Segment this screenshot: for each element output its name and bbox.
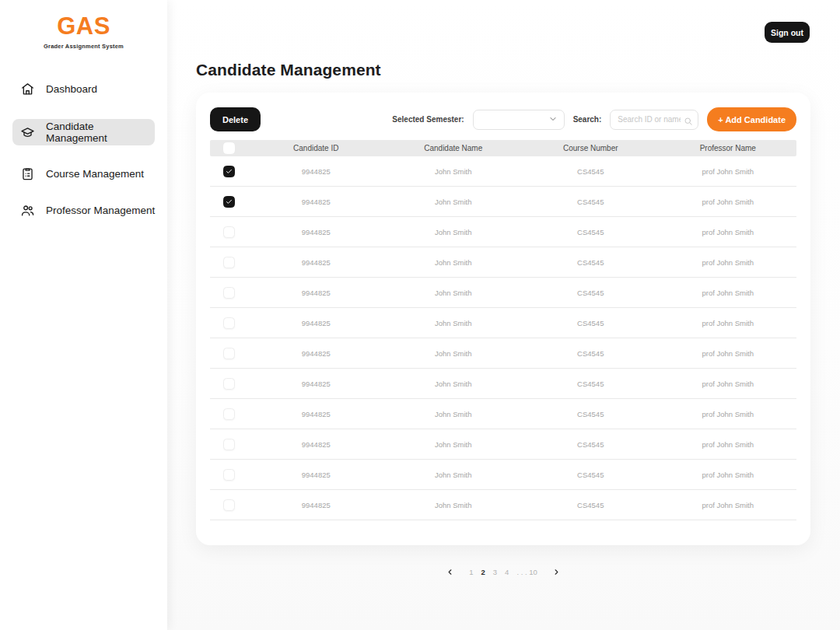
sidebar-item-dashboard[interactable]: Dashboard <box>0 75 167 102</box>
row-checkbox[interactable] <box>223 469 235 481</box>
cell-professor-name: prof John Smith <box>660 380 797 388</box>
pagination: 1 2 3 4 . . . 10 <box>196 565 810 578</box>
cell-professor-name: prof John Smith <box>660 349 797 358</box>
row-checkbox[interactable] <box>223 439 235 450</box>
select-all-checkbox[interactable] <box>223 142 235 154</box>
cell-candidate-name: John Smith <box>385 289 523 297</box>
row-checkbox[interactable] <box>223 287 235 299</box>
header-checkbox-cell <box>210 142 247 154</box>
app-logo: GAS <box>0 12 167 40</box>
cell-course-number: CS4545 <box>522 410 660 418</box>
row-checkbox-cell <box>210 287 247 299</box>
row-checkbox[interactable] <box>223 196 235 208</box>
header-professor-name: Professor Name <box>660 144 797 152</box>
sidebar-item-label: Candidate Management <box>46 121 155 144</box>
cell-candidate-name: John Smith <box>385 258 523 267</box>
row-checkbox-cell <box>210 348 247 359</box>
home-icon <box>20 82 35 96</box>
sidebar-item-professor-management[interactable]: Professor Management <box>0 197 167 223</box>
add-candidate-button[interactable]: + Add Candidate <box>707 107 796 131</box>
cell-candidate-id: 9944825 <box>247 198 385 206</box>
table-row: 9944825 John Smith CS4545 prof John Smit… <box>210 308 796 338</box>
cell-candidate-name: John Smith <box>385 228 523 236</box>
table-row: 9944825 John Smith CS4545 prof John Smit… <box>210 460 796 490</box>
semester-select[interactable] <box>473 110 565 130</box>
cell-candidate-id: 9944825 <box>247 471 385 479</box>
cell-professor-name: prof John Smith <box>660 198 797 206</box>
cell-course-number: CS4545 <box>522 349 660 358</box>
sign-out-button[interactable]: Sign out <box>765 22 810 43</box>
table-row: 9944825 John Smith CS4545 prof John Smit… <box>210 247 796 278</box>
cell-professor-name: prof John Smith <box>660 228 797 236</box>
cell-candidate-id: 9944825 <box>247 501 385 509</box>
cell-professor-name: prof John Smith <box>660 501 797 509</box>
pagination-prev-icon[interactable] <box>443 565 456 578</box>
semester-label: Selected Semester: <box>392 115 464 124</box>
header-candidate-name: Candidate Name <box>385 144 523 152</box>
table-row: 9944825 John Smith CS4545 prof John Smit… <box>210 429 796 460</box>
pagination-page[interactable]: 2 <box>481 568 486 576</box>
cell-candidate-name: John Smith <box>385 440 523 449</box>
sidebar-item-label: Course Management <box>46 168 144 180</box>
chevron-down-icon <box>548 113 558 127</box>
sidebar-item-candidate-management[interactable]: Candidate Management <box>12 119 155 145</box>
table-row: 9944825 John Smith CS4545 prof John Smit… <box>210 217 796 247</box>
cell-course-number: CS4545 <box>522 471 660 479</box>
row-checkbox[interactable] <box>223 317 235 329</box>
pagination-page[interactable]: . . . 10 <box>516 568 537 576</box>
pagination-page[interactable]: 3 <box>492 568 498 576</box>
page-title: Candidate Management <box>196 61 840 79</box>
row-checkbox[interactable] <box>223 378 235 390</box>
sidebar: GAS Grader Assignment System Dashboard C… <box>0 0 167 630</box>
row-checkbox-cell <box>210 408 247 420</box>
row-checkbox-cell <box>210 439 247 450</box>
table-row: 9944825 John Smith CS4545 prof John Smit… <box>210 490 796 520</box>
cell-candidate-id: 9944825 <box>247 380 385 388</box>
main-content: Sign out Candidate Management Delete Sel… <box>167 0 840 630</box>
pagination-next-icon[interactable] <box>551 565 563 578</box>
row-checkbox[interactable] <box>223 408 235 420</box>
cell-candidate-id: 9944825 <box>247 440 385 449</box>
row-checkbox-cell <box>210 196 247 208</box>
row-checkbox-cell <box>210 317 247 329</box>
delete-button[interactable]: Delete <box>210 107 261 131</box>
row-checkbox[interactable] <box>223 226 235 238</box>
cell-course-number: CS4545 <box>522 501 660 509</box>
sidebar-item-label: Professor Management <box>46 205 155 216</box>
cell-candidate-name: John Smith <box>385 471 523 479</box>
header-course-number: Course Number <box>522 144 660 152</box>
cell-candidate-name: John Smith <box>385 167 523 176</box>
cell-professor-name: prof John Smith <box>660 258 797 267</box>
row-checkbox[interactable] <box>223 499 235 511</box>
cell-course-number: CS4545 <box>522 198 660 206</box>
row-checkbox-cell <box>210 257 247 268</box>
cell-candidate-id: 9944825 <box>247 410 385 418</box>
table-row: 9944825 John Smith CS4545 prof John Smit… <box>210 156 796 187</box>
row-checkbox[interactable] <box>223 257 235 268</box>
cell-candidate-name: John Smith <box>385 410 523 418</box>
cell-candidate-name: John Smith <box>385 501 523 509</box>
cell-course-number: CS4545 <box>522 289 660 297</box>
pagination-page[interactable]: 4 <box>504 568 509 576</box>
cell-candidate-id: 9944825 <box>247 289 385 297</box>
users-icon <box>20 203 35 218</box>
logo-block: GAS Grader Assignment System <box>0 0 167 50</box>
cell-course-number: CS4545 <box>522 380 660 388</box>
cell-candidate-id: 9944825 <box>247 319 385 327</box>
clipboard-icon <box>20 166 35 181</box>
row-checkbox[interactable] <box>223 166 235 177</box>
search-field-wrap <box>610 110 698 130</box>
cell-professor-name: prof John Smith <box>660 289 797 297</box>
graduation-cap-icon <box>20 125 35 140</box>
toolbar-right-group: Selected Semester: Search: + Add Candida… <box>392 107 796 131</box>
row-checkbox-cell <box>210 166 247 177</box>
row-checkbox[interactable] <box>223 348 235 359</box>
cell-course-number: CS4545 <box>522 258 660 267</box>
table-row: 9944825 John Smith CS4545 prof John Smit… <box>210 187 796 217</box>
table-header-row: Candidate ID Candidate Name Course Numbe… <box>210 140 796 156</box>
cell-course-number: CS4545 <box>522 319 660 327</box>
sidebar-item-course-management[interactable]: Course Management <box>0 160 167 187</box>
pagination-page[interactable]: 1 <box>468 568 474 576</box>
cell-course-number: CS4545 <box>522 167 660 176</box>
sidebar-nav: Dashboard Candidate Management Course Ma… <box>0 75 167 223</box>
